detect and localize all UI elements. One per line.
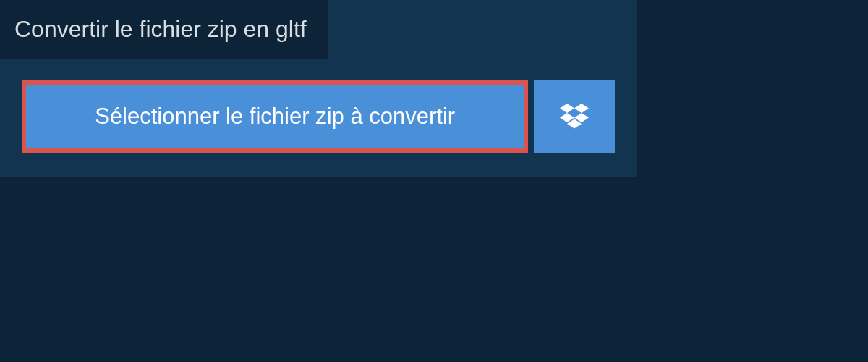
dropbox-button[interactable] xyxy=(534,80,615,153)
select-file-button[interactable]: Sélectionner le fichier zip à convertir xyxy=(22,80,528,153)
dropbox-icon xyxy=(560,104,589,130)
header-tab: Convertir le fichier zip en gltf xyxy=(0,0,328,59)
converter-panel: Convertir le fichier zip en gltf Sélecti… xyxy=(0,0,637,177)
button-row: Sélectionner le fichier zip à convertir xyxy=(0,59,637,177)
select-file-label: Sélectionner le fichier zip à convertir xyxy=(95,104,455,130)
page-title: Convertir le fichier zip en gltf xyxy=(14,16,307,42)
